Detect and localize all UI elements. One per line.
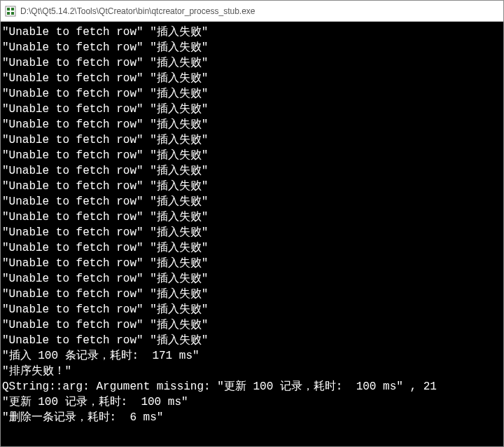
console-line: "排序失败！": [2, 364, 502, 379]
console-line: "Unable to fetch row" "插入失败": [2, 240, 502, 256]
console-line: "Unable to fetch row" "插入失败": [2, 148, 502, 163]
console-line: "更新 100 记录，耗时: 100 ms": [2, 394, 502, 410]
console-line: "Unable to fetch row" "插入失败": [2, 317, 502, 333]
console-line: "Unable to fetch row" "插入失败": [2, 117, 502, 132]
console-line: "Unable to fetch row" "插入失败": [2, 256, 502, 271]
console-line: "Unable to fetch row" "插入失败": [2, 86, 502, 102]
console-line: "Unable to fetch row" "插入失败": [2, 132, 502, 148]
console-line: "Unable to fetch row" "插入失败": [2, 179, 502, 194]
svg-rect-3: [7, 12, 10, 15]
svg-rect-1: [7, 8, 10, 11]
svg-rect-4: [11, 12, 14, 15]
console-line: "Unable to fetch row" "插入失败": [2, 102, 502, 117]
console-line: "Unable to fetch row" "插入失败": [2, 194, 502, 209]
console-line: "Unable to fetch row" "插入失败": [2, 287, 502, 302]
svg-rect-2: [11, 8, 14, 11]
console-line: "Unable to fetch row" "插入失败": [2, 40, 502, 55]
window-title-bar[interactable]: D:\Qt\Qt5.14.2\Tools\QtCreator\bin\qtcre…: [1, 1, 503, 22]
console-line: "Unable to fetch row" "插入失败": [2, 55, 502, 71]
console-line: "删除一条记录，耗时: 6 ms": [2, 410, 502, 425]
console-line: "Unable to fetch row" "插入失败": [2, 302, 502, 317]
console-line: "Unable to fetch row" "插入失败": [2, 209, 502, 225]
console-line: "Unable to fetch row" "插入失败": [2, 333, 502, 348]
console-line: "Unable to fetch row" "插入失败": [2, 25, 502, 40]
console-output: "Unable to fetch row" "插入失败""Unable to f…: [1, 22, 503, 446]
console-line: "Unable to fetch row" "插入失败": [2, 225, 502, 240]
console-line: "插入 100 条记录，耗时: 171 ms": [2, 348, 502, 364]
console-line: "Unable to fetch row" "插入失败": [2, 271, 502, 287]
console-line: "Unable to fetch row" "插入失败": [2, 163, 502, 179]
app-icon: [5, 6, 16, 17]
console-line: "Unable to fetch row" "插入失败": [2, 71, 502, 86]
window-title: D:\Qt\Qt5.14.2\Tools\QtCreator\bin\qtcre…: [20, 6, 255, 16]
console-line: QString::arg: Argument missing: "更新 100 …: [2, 379, 502, 394]
